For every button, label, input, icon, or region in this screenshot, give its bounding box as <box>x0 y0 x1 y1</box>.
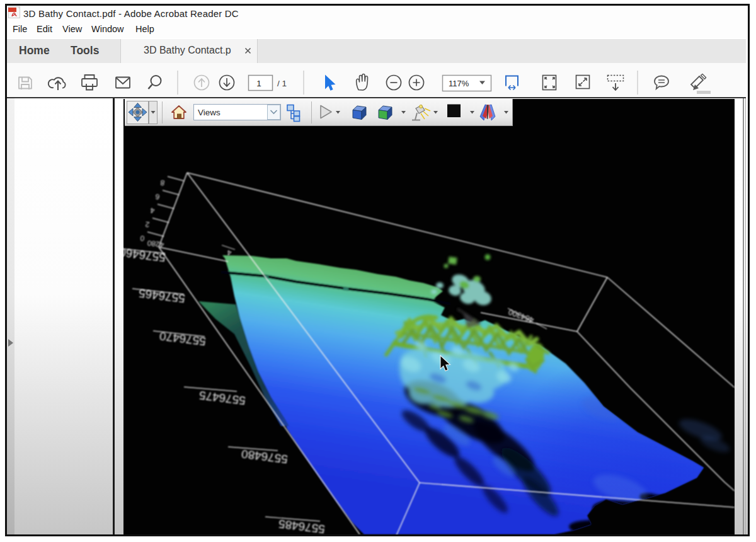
svg-text:5576470: 5576470 <box>159 330 207 349</box>
svg-text:4: 4 <box>150 206 156 216</box>
svg-text:2: 2 <box>145 220 151 229</box>
svg-text:Views: Views <box>198 108 220 117</box>
svg-text:4: 4 <box>227 248 232 258</box>
svg-text:464300: 464300 <box>507 307 535 324</box>
svg-text:117%: 117% <box>449 79 469 88</box>
svg-text:1: 1 <box>256 79 261 88</box>
svg-text:6: 6 <box>155 192 161 202</box>
svg-text:5576480: 5576480 <box>241 447 289 466</box>
svg-text:8: 8 <box>160 178 166 188</box>
svg-text:/ 1: / 1 <box>277 79 287 88</box>
svg-text:5576475: 5576475 <box>198 389 246 408</box>
svg-text:5576465: 5576465 <box>138 287 186 306</box>
svg-text:0: 0 <box>140 234 146 243</box>
